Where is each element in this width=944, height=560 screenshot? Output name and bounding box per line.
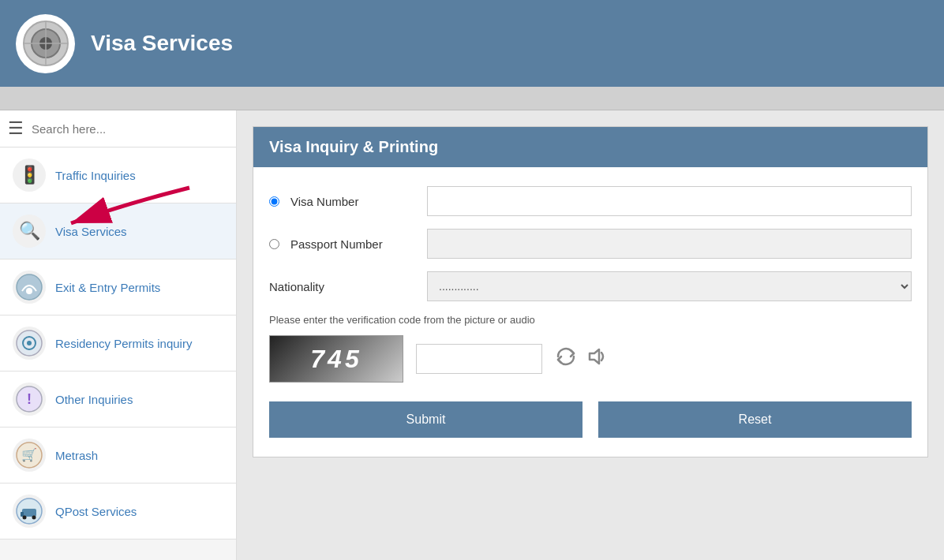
- nationality-label: Nationality: [269, 280, 427, 293]
- reset-button[interactable]: Reset: [598, 401, 912, 438]
- submit-button[interactable]: Submit: [269, 401, 583, 438]
- sidebar-item-visa[interactable]: 🔍 Visa Services: [0, 203, 236, 259]
- visa-number-input[interactable]: [427, 186, 912, 216]
- audio-captcha-button[interactable]: [585, 345, 607, 372]
- button-row: Submit Reset: [269, 401, 912, 438]
- traffic-icon: 🚦: [13, 159, 46, 192]
- sidebar-label-visa: Visa Services: [55, 225, 127, 238]
- app-header: Visa Services: [0, 0, 944, 87]
- sidebar-item-metrash[interactable]: 🛒 Metrash: [0, 427, 236, 483]
- content-area: Visa Inquiry & Printing Visa Number Pass…: [237, 110, 944, 560]
- visa-number-row: Visa Number: [269, 186, 912, 216]
- sidebar-label-exit-entry: Exit & Entry Permits: [55, 281, 160, 294]
- svg-text:!: !: [27, 391, 32, 407]
- svg-marker-20: [590, 349, 599, 364]
- svg-text:🛒: 🛒: [21, 447, 37, 462]
- captcha-section: Please enter the verification code from …: [269, 314, 912, 383]
- main-layout: ☰ 🚦 Traffic Inquiries 🔍 Visa Services: [0, 110, 944, 560]
- passport-number-label: Passport Number: [269, 237, 427, 251]
- captcha-input[interactable]: [416, 344, 542, 374]
- sidebar-item-traffic[interactable]: 🚦 Traffic Inquiries: [0, 147, 236, 203]
- passport-number-input[interactable]: [427, 229, 912, 259]
- sidebar-label-traffic: Traffic Inquiries: [55, 169, 136, 182]
- metrash-icon: 🛒: [13, 439, 46, 472]
- captcha-image: 745: [269, 335, 403, 383]
- search-input[interactable]: [32, 122, 228, 136]
- sidebar-label-other: Other Inquiries: [55, 393, 133, 406]
- captcha-actions: [555, 345, 607, 372]
- residency-icon: [13, 327, 46, 360]
- passport-number-row: Passport Number: [269, 229, 912, 259]
- sidebar: ☰ 🚦 Traffic Inquiries 🔍 Visa Services: [0, 110, 237, 560]
- sidebar-label-metrash: Metrash: [55, 449, 98, 462]
- logo-icon: [22, 20, 69, 67]
- svg-point-6: [17, 274, 42, 300]
- app-title: Visa Services: [91, 31, 233, 56]
- svg-point-10: [27, 341, 32, 345]
- sidebar-item-residency[interactable]: Residency Permits inquiry: [0, 315, 236, 371]
- nationality-select[interactable]: .............: [427, 271, 912, 301]
- passport-number-radio[interactable]: [269, 239, 279, 249]
- sidebar-label-qpost: QPost Services: [55, 505, 137, 518]
- qpost-icon: [13, 495, 46, 528]
- sidebar-item-qpost[interactable]: QPost Services: [0, 483, 236, 539]
- refresh-captcha-button[interactable]: [555, 345, 577, 372]
- hamburger-icon[interactable]: ☰: [8, 118, 24, 139]
- svg-rect-16: [22, 509, 36, 517]
- exit-entry-icon: [13, 271, 46, 304]
- card-header: Visa Inquiry & Printing: [253, 127, 927, 167]
- visa-icon: 🔍: [13, 215, 46, 248]
- captcha-info: Please enter the verification code from …: [269, 314, 912, 326]
- sidebar-item-other[interactable]: ! Other Inquiries: [0, 371, 236, 427]
- sidebar-search-row: ☰: [0, 110, 236, 147]
- svg-point-18: [23, 516, 27, 520]
- visa-number-radio[interactable]: [269, 196, 279, 207]
- sidebar-item-exit-entry[interactable]: Exit & Entry Permits: [0, 259, 236, 315]
- content-card: Visa Inquiry & Printing Visa Number Pass…: [253, 126, 928, 457]
- visa-number-label: Visa Number: [269, 195, 427, 208]
- sidebar-label-residency: Residency Permits inquiry: [55, 337, 192, 350]
- other-icon: !: [13, 383, 46, 416]
- svg-point-7: [26, 288, 32, 294]
- nationality-row: Nationality .............: [269, 271, 912, 301]
- card-body: Visa Number Passport Number Nationality: [253, 167, 927, 457]
- svg-point-19: [32, 516, 36, 520]
- captcha-row: 745: [269, 335, 912, 383]
- subheader-bar: [0, 87, 944, 110]
- app-logo: [16, 14, 75, 73]
